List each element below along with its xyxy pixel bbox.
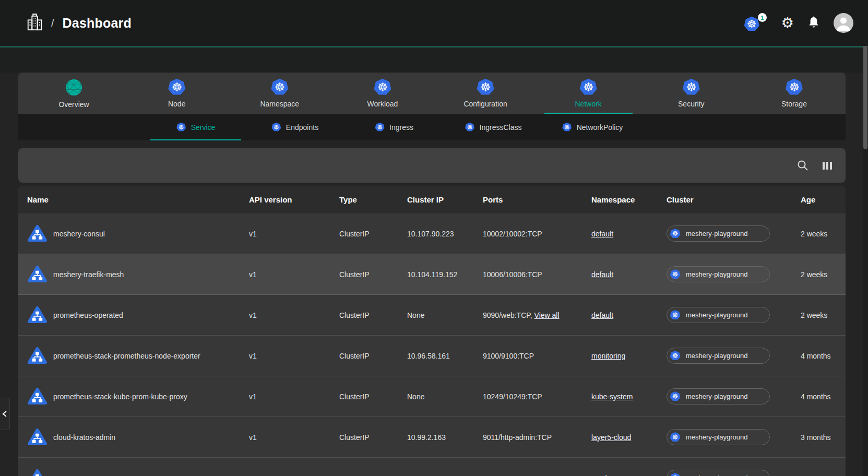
tab-label: Workload [367, 100, 398, 108]
cell-age: 4 months [801, 352, 846, 360]
bell-icon[interactable] [807, 16, 820, 30]
kubernetes-icon: ☸ [670, 391, 681, 402]
services-table: Name API version Type Cluster IP Ports N… [18, 186, 846, 476]
table-row[interactable]: prometheus-operated v1 ClusterIP None 90… [18, 295, 846, 336]
table-row[interactable]: meshery-consul v1 ClusterIP 10.107.90.22… [18, 213, 846, 254]
namespace-link[interactable]: default [591, 270, 613, 279]
resource-tab[interactable]: ☸ Security [640, 73, 743, 114]
kubernetes-icon: ☸ [670, 229, 681, 239]
cell-cluster-ip: 10.107.90.223 [407, 230, 483, 238]
namespace-link[interactable]: kube-system [591, 392, 633, 401]
table-row[interactable]: prometheus-stack-prometheus-node-exporte… [18, 336, 846, 376]
cell-age: 2 weeks [801, 230, 846, 238]
app-header: / Dashboard ☸ 1 ⚙ [0, 0, 868, 46]
column-header-namespace[interactable]: Namespace [591, 195, 667, 204]
cluster-chip[interactable]: ☸ meshery-playground [667, 266, 770, 282]
resource-tab[interactable]: ☸ Storage [743, 73, 846, 114]
table-row[interactable]: meshery ☸ meshery-playground [18, 458, 846, 476]
column-header-age[interactable]: Age [801, 195, 846, 204]
search-icon[interactable] [796, 159, 809, 172]
resource-tab[interactable]: ☸ Configuration [434, 73, 537, 114]
service-name: meshery-traefik-mesh [53, 270, 124, 279]
kubernetes-icon: ☸ [375, 123, 385, 132]
column-header-ports[interactable]: Ports [483, 195, 591, 204]
cluster-chip[interactable]: ☸ meshery-playground [667, 307, 770, 323]
cell-api-version: v1 [249, 352, 339, 360]
cell-ports: 9090/web:TCP, [483, 311, 532, 319]
building-icon[interactable] [26, 13, 43, 33]
table-row[interactable]: cloud-kratos-admin v1 ClusterIP 10.99.2.… [18, 417, 846, 458]
kubernetes-icon: ☸ [670, 473, 681, 476]
cell-ports: 10249/10249:TCP [483, 392, 542, 401]
collapse-drawer-button[interactable] [0, 398, 10, 430]
column-header-api-version[interactable]: API version [249, 195, 339, 204]
cell-api-version: v1 [249, 311, 339, 319]
tab-label: Node [168, 100, 185, 108]
kubernetes-icon: ☸ [670, 310, 681, 320]
column-header-type[interactable]: Type [339, 195, 407, 204]
cell-cluster-ip: 10.96.58.161 [407, 352, 483, 360]
cluster-chip-label: meshery-playground [686, 311, 748, 319]
tab-label: Namespace [260, 100, 299, 108]
namespace-link[interactable]: monitoring [591, 352, 625, 360]
network-subtab[interactable]: ☸ Endpoints [245, 114, 344, 140]
tab-label: Security [678, 100, 705, 108]
cell-ports: 10006/10006:TCP [483, 270, 542, 279]
page-title: Dashboard [63, 16, 132, 31]
cluster-chip[interactable]: ☸ meshery-playground [667, 388, 770, 404]
service-name: prometheus-stack-kube-prom-kube-proxy [53, 392, 187, 401]
network-subtabs: ☸ Service ☸ Endpoints ☸ Ingress ☸ Ingres… [18, 114, 846, 140]
subtab-label: Ingress [389, 123, 413, 132]
kubernetes-icon: ☸ [670, 432, 681, 443]
column-header-cluster-ip[interactable]: Cluster IP [407, 195, 483, 204]
service-icon [27, 347, 47, 365]
gear-icon[interactable]: ⚙ [781, 16, 794, 30]
namespace-link[interactable]: default [591, 230, 613, 238]
tab-label: Configuration [463, 100, 507, 108]
kubernetes-icon: ☸ [785, 78, 803, 96]
namespace-link[interactable]: layer5-cloud [591, 433, 631, 442]
service-name: prometheus-operated [53, 311, 123, 319]
tab-label: Overview [58, 100, 89, 109]
column-header-name[interactable]: Name [18, 195, 249, 204]
cell-api-version: v1 [249, 392, 339, 401]
resource-tab[interactable]: ☸ Network [537, 73, 640, 114]
columns-icon[interactable] [823, 162, 833, 170]
column-header-cluster[interactable]: Cluster [667, 195, 801, 204]
resource-tab[interactable]: ☸ Workload [331, 73, 434, 114]
resource-tab[interactable]: ☸ Overview [22, 73, 125, 114]
cluster-chip-label: meshery-playground [686, 352, 748, 360]
network-subtab[interactable]: ☸ NetworkPolicy [543, 114, 642, 140]
cluster-chip-label: meshery-playground [686, 270, 748, 278]
context-count-badge: 1 [758, 13, 767, 22]
kubernetes-context-button[interactable]: ☸ 1 [744, 14, 768, 32]
service-icon [27, 265, 47, 283]
table-row[interactable]: prometheus-stack-kube-prom-kube-proxy v1… [18, 376, 846, 417]
network-subtab[interactable]: ☸ Ingress [344, 114, 444, 140]
cell-cluster-ip: None [407, 311, 483, 319]
view-all-ports-link[interactable]: View all [534, 311, 560, 319]
subtab-label: NetworkPolicy [577, 123, 623, 132]
network-subtab[interactable]: ☸ IngressClass [444, 114, 543, 140]
cluster-chip[interactable]: ☸ meshery-playground [667, 225, 770, 242]
resource-tab[interactable]: ☸ Node [125, 73, 228, 114]
namespace-link[interactable]: meshery [591, 474, 620, 476]
network-subtab[interactable]: ☸ Service [146, 114, 245, 140]
kubernetes-icon: ☸ [682, 78, 700, 96]
table-row[interactable]: meshery-traefik-mesh v1 ClusterIP 10.104… [18, 254, 846, 295]
cluster-chip[interactable]: ☸ meshery-playground [667, 348, 770, 364]
cluster-chip[interactable]: ☸ meshery-playground [667, 470, 770, 476]
cell-type: ClusterIP [339, 311, 407, 319]
header-shadow-strip [0, 47, 868, 73]
kubernetes-icon: ☸ [477, 78, 495, 96]
cell-type: ClusterIP [339, 392, 407, 401]
kubernetes-icon: ☸ [465, 123, 475, 132]
avatar[interactable] [834, 13, 853, 33]
service-icon [27, 306, 47, 324]
kubernetes-icon: ☸ [579, 78, 598, 96]
cluster-chip[interactable]: ☸ meshery-playground [667, 429, 770, 445]
namespace-link[interactable]: default [591, 311, 613, 319]
cell-type: ClusterIP [339, 433, 407, 442]
resource-tab[interactable]: ☸ Namespace [228, 73, 331, 114]
cluster-chip-label: meshery-playground [686, 433, 748, 441]
